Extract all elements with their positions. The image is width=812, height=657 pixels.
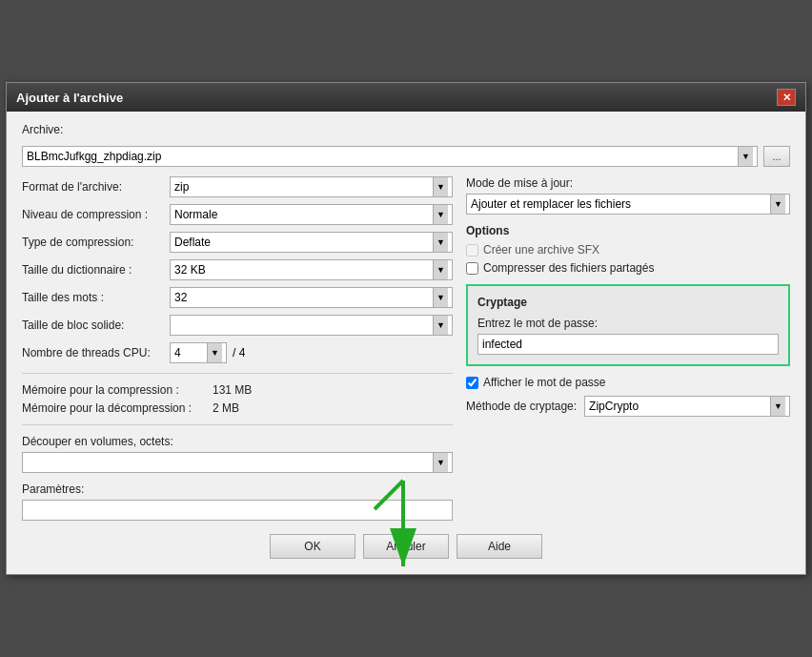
sfx-label: Créer une archive SFX bbox=[483, 243, 599, 257]
main-content: Format de l'archive: zip ▼ Niveau de com… bbox=[22, 176, 790, 521]
block-size-row: Taille de bloc solide: ▼ bbox=[22, 315, 453, 336]
dialog-title: Ajouter à l'archive bbox=[16, 91, 123, 105]
dict-size-label: Taille du dictionnaire : bbox=[22, 263, 170, 277]
format-label: Format de l'archive: bbox=[22, 180, 170, 194]
close-button[interactable]: ✕ bbox=[777, 89, 796, 106]
params-input[interactable] bbox=[22, 500, 453, 521]
divider-1 bbox=[22, 373, 453, 374]
block-size-combo[interactable]: ▼ bbox=[170, 315, 453, 336]
right-panel: Mode de mise à jour: Ajouter et remplace… bbox=[466, 176, 790, 521]
dialog-body: Archive: BLBmcJufkgg_zhpdiag.zip ▼ ... F… bbox=[7, 112, 805, 574]
compression-level-combo[interactable]: Normale ▼ bbox=[170, 204, 453, 225]
shared-row: Compresser des fichiers partagés bbox=[466, 261, 790, 275]
params-label: Paramètres: bbox=[22, 482, 453, 496]
compression-level-row: Niveau de compression : Normale ▼ bbox=[22, 204, 453, 225]
word-size-combo[interactable]: 32 ▼ bbox=[170, 287, 453, 308]
method-value: ZipCrypto bbox=[589, 400, 639, 413]
compression-type-value: Deflate bbox=[174, 236, 433, 249]
cancel-button[interactable]: Annuler bbox=[363, 534, 449, 559]
options-title: Options bbox=[466, 224, 790, 237]
compression-level-value: Normale bbox=[174, 208, 433, 221]
compression-level-arrow[interactable]: ▼ bbox=[433, 205, 448, 224]
memory-compress-row: Mémoire pour la compression : 131 MB bbox=[22, 383, 453, 397]
update-mode-arrow[interactable]: ▼ bbox=[770, 195, 785, 214]
browse-button[interactable]: ... bbox=[763, 146, 790, 167]
update-mode-combo[interactable]: Ajouter et remplacer les fichiers ▼ bbox=[466, 194, 790, 215]
format-value: zip bbox=[174, 180, 433, 194]
help-button[interactable]: Aide bbox=[457, 534, 542, 559]
archive-combo-arrow[interactable]: ▼ bbox=[738, 147, 753, 166]
threads-arrow[interactable]: ▼ bbox=[207, 343, 222, 362]
left-panel: Format de l'archive: zip ▼ Niveau de com… bbox=[22, 176, 453, 521]
sfx-checkbox[interactable] bbox=[466, 244, 478, 257]
update-mode-label: Mode de mise à jour: bbox=[466, 176, 790, 190]
archive-input-row: BLBmcJufkgg_zhpdiag.zip ▼ ... bbox=[22, 146, 790, 167]
compression-level-label: Niveau de compression : bbox=[22, 208, 170, 221]
threads-combo[interactable]: 4 ▼ bbox=[170, 342, 227, 363]
threads-label: Nombre de threads CPU: bbox=[22, 346, 170, 359]
sfx-row: Créer une archive SFX bbox=[466, 243, 790, 257]
format-row: Format de l'archive: zip ▼ bbox=[22, 176, 453, 197]
method-arrow[interactable]: ▼ bbox=[770, 397, 785, 416]
format-combo-arrow[interactable]: ▼ bbox=[433, 177, 448, 196]
compression-type-label: Type de compression: bbox=[22, 236, 170, 249]
button-bar: OK Annuler Aide bbox=[22, 534, 790, 565]
cryptage-title: Cryptage bbox=[477, 296, 779, 309]
threads-of: / 4 bbox=[233, 346, 245, 359]
word-size-label: Taille des mots : bbox=[22, 291, 170, 304]
shared-label: Compresser des fichiers partagés bbox=[483, 261, 654, 275]
method-combo[interactable]: ZipCrypto ▼ bbox=[584, 396, 790, 417]
volume-arrow[interactable]: ▼ bbox=[433, 453, 448, 472]
volume-label: Découper en volumes, octets: bbox=[22, 435, 453, 448]
archive-label: Archive: bbox=[22, 123, 63, 136]
dict-size-arrow[interactable]: ▼ bbox=[433, 260, 448, 279]
update-mode-value: Ajouter et remplacer les fichiers bbox=[471, 197, 631, 211]
ok-button[interactable]: OK bbox=[270, 534, 355, 559]
word-size-arrow[interactable]: ▼ bbox=[433, 288, 448, 307]
method-row: Méthode de cryptage: ZipCrypto ▼ bbox=[466, 396, 790, 417]
show-password-row: Afficher le mot de passe bbox=[466, 376, 790, 389]
compression-type-combo[interactable]: Deflate ▼ bbox=[170, 232, 453, 253]
format-combo[interactable]: zip ▼ bbox=[170, 176, 453, 197]
shared-checkbox[interactable] bbox=[466, 262, 478, 275]
memory-compress-label: Mémoire pour la compression : bbox=[22, 383, 213, 397]
volume-combo[interactable]: ▼ bbox=[22, 452, 453, 473]
dict-size-value: 32 KB bbox=[174, 263, 433, 277]
divider-2 bbox=[22, 424, 453, 425]
block-size-label: Taille de bloc solide: bbox=[22, 318, 170, 332]
password-input[interactable] bbox=[477, 334, 779, 355]
main-dialog: Ajouter à l'archive ✕ Archive: BLBmcJufk… bbox=[6, 82, 806, 575]
password-label: Entrez le mot de passe: bbox=[477, 317, 779, 330]
compression-type-arrow[interactable]: ▼ bbox=[433, 233, 448, 252]
show-password-checkbox[interactable] bbox=[466, 377, 478, 389]
archive-combo[interactable]: BLBmcJufkgg_zhpdiag.zip ▼ bbox=[22, 146, 758, 167]
archive-value: BLBmcJufkgg_zhpdiag.zip bbox=[27, 150, 738, 163]
block-size-arrow[interactable]: ▼ bbox=[433, 316, 448, 335]
cryptage-box: Cryptage Entrez le mot de passe: bbox=[466, 284, 790, 366]
word-size-value: 32 bbox=[174, 291, 433, 304]
options-section: Options Créer une archive SFX Compresser… bbox=[466, 224, 790, 275]
memory-compress-value: 131 MB bbox=[213, 383, 252, 397]
memory-decompress-row: Mémoire pour la décompression : 2 MB bbox=[22, 401, 453, 415]
show-password-label: Afficher le mot de passe bbox=[483, 376, 606, 389]
dict-size-combo[interactable]: 32 KB ▼ bbox=[170, 259, 453, 280]
threads-value: 4 bbox=[174, 346, 181, 359]
title-bar: Ajouter à l'archive ✕ bbox=[7, 83, 805, 112]
compression-type-row: Type de compression: Deflate ▼ bbox=[22, 232, 453, 253]
method-label: Méthode de cryptage: bbox=[466, 400, 577, 413]
dict-size-row: Taille du dictionnaire : 32 KB ▼ bbox=[22, 259, 453, 280]
memory-decompress-value: 2 MB bbox=[213, 401, 239, 415]
memory-decompress-label: Mémoire pour la décompression : bbox=[22, 401, 213, 415]
archive-row: Archive: bbox=[22, 123, 790, 136]
threads-row: Nombre de threads CPU: 4 ▼ / 4 bbox=[22, 342, 453, 363]
word-size-row: Taille des mots : 32 ▼ bbox=[22, 287, 453, 308]
